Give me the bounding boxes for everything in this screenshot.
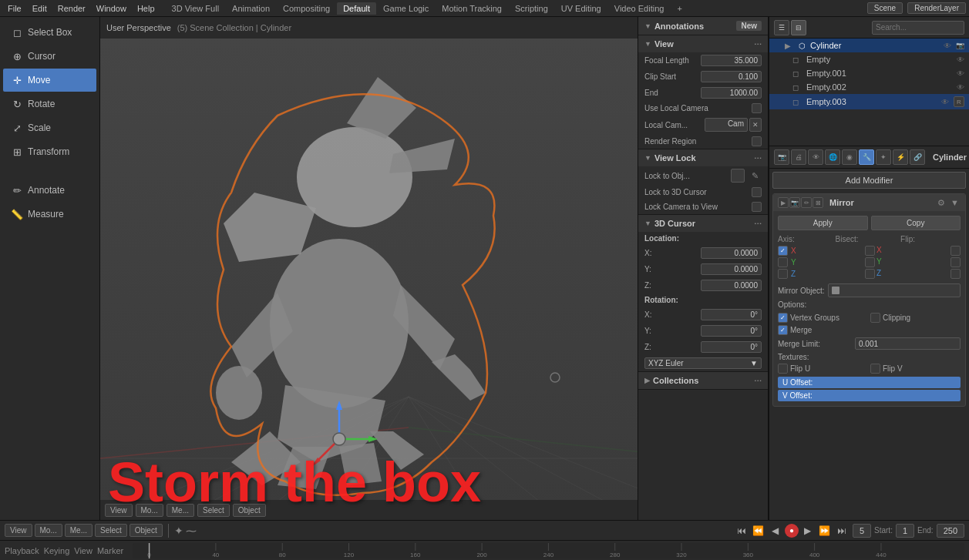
cursor-rx-value[interactable]: 0° (701, 309, 762, 320)
v-offset-field[interactable]: V Offset: (778, 390, 961, 401)
view-lock-header[interactable]: ▼ View Lock ⋯ (638, 149, 768, 166)
pb-prev-keyframe[interactable]: ⏪ (751, 523, 766, 538)
pb-step-forward[interactable]: ⏩ (817, 523, 833, 538)
tool-annotate[interactable]: ✏ Annotate (3, 179, 96, 202)
vertex-groups-checkbox[interactable]: ✓ (778, 313, 788, 323)
menu-file[interactable]: File (3, 2, 26, 15)
view-lock-more[interactable]: ⋯ (754, 154, 762, 163)
mirror-icon-realtime[interactable]: ▶ (778, 197, 789, 208)
object-btn[interactable]: Object (130, 524, 163, 537)
mirror-icon-cage[interactable]: ⊠ (813, 197, 823, 208)
keying-label[interactable]: Keying (44, 546, 70, 555)
annotations-header[interactable]: ▼ Annotations New (638, 17, 768, 35)
u-offset-field[interactable]: U Offset: (778, 377, 961, 388)
props-icon-render[interactable]: 📷 (774, 149, 789, 165)
cursor-3d-header[interactable]: ▼ 3D Cursor ⋯ (638, 215, 768, 232)
local-cam-value[interactable]: Cam (705, 118, 748, 132)
tool-scale[interactable]: ⤢ Scale (3, 116, 96, 139)
marker-label[interactable]: Marker (97, 546, 123, 555)
view-btn[interactable]: View (5, 524, 32, 537)
props-icon-output[interactable]: 🖨 (791, 149, 806, 165)
outliner-item-cylinder[interactable]: ▶ ⬡ Cylinder 👁 📷 (769, 39, 969, 52)
annotations-new-btn[interactable]: New (736, 21, 762, 31)
flip-x-checkbox[interactable] (950, 246, 961, 256)
focal-length-value[interactable]: 35.000 (701, 55, 762, 66)
cursor-rz-value[interactable]: 0° (701, 341, 762, 353)
mirror-copy-btn[interactable]: Copy (871, 216, 961, 230)
props-icon-modifier[interactable]: 🔧 (859, 149, 874, 165)
timeline-area[interactable]: 0 40 80 120 160 200 240 280 320 360 (133, 543, 964, 558)
tool-cursor[interactable]: ⊕ Cursor (3, 45, 96, 68)
mirror-settings-icon[interactable]: ⚙ (936, 198, 947, 208)
outliner-item-empty002[interactable]: ◻ Empty.002 👁 (769, 80, 969, 94)
view-label2[interactable]: View (74, 546, 93, 555)
playback-label[interactable]: Playback (5, 546, 39, 555)
mirror-icon-render[interactable]: 📷 (789, 197, 800, 208)
empty002-visibility[interactable]: 👁 (957, 83, 964, 92)
bisect-y-checkbox[interactable] (865, 257, 875, 267)
tab-uvediting[interactable]: UV Editing (555, 2, 607, 15)
pb-record[interactable]: ● (785, 524, 799, 538)
tab-default[interactable]: Default (337, 2, 376, 15)
panel-icon-tree[interactable]: ⊟ (791, 20, 806, 35)
outliner-item-empty003[interactable]: ◻ Empty.003 👁 R (769, 94, 969, 109)
scene-selector[interactable]: Scene (867, 2, 903, 14)
lock-obj-field[interactable] (731, 169, 745, 183)
rotation-mode-dropdown[interactable]: XYZ Euler ▼ (644, 357, 762, 369)
renderlayer-selector[interactable]: RenderLayer (907, 2, 966, 14)
panel-icon-list[interactable]: ☰ (774, 20, 789, 35)
tool-move[interactable]: ✛ Move (3, 69, 96, 92)
curve-btn2[interactable]: ⁓ (186, 525, 197, 537)
tab-animation[interactable]: Animation (226, 2, 276, 15)
tab-videoediting[interactable]: Video Editing (608, 2, 671, 15)
bisect-x-checkbox[interactable] (865, 246, 875, 256)
tab-gamelogic[interactable]: Game Logic (377, 2, 435, 15)
select-btn[interactable]: Select (95, 524, 127, 537)
menu-render[interactable]: Render (53, 2, 90, 15)
cursor-x-value[interactable]: 0.0000 (701, 247, 762, 259)
props-icon-particles[interactable]: ✦ (876, 149, 891, 165)
empty-visibility[interactable]: 👁 (957, 55, 964, 64)
tab-compositing[interactable]: Compositing (277, 2, 336, 15)
merge-checkbox[interactable]: ✓ (778, 325, 788, 335)
view-header[interactable]: ▼ View ⋯ (638, 35, 768, 52)
cursor-more[interactable]: ⋯ (754, 220, 762, 228)
me-btn[interactable]: Me... (65, 524, 93, 537)
tool-rotate[interactable]: ↻ Rotate (3, 92, 96, 116)
clip-end-value[interactable]: 1000.00 (701, 87, 762, 99)
mirror-apply-btn[interactable]: Apply (778, 216, 868, 230)
outliner-item-empty001[interactable]: ◻ Empty.001 👁 (769, 66, 969, 80)
end-frame[interactable]: 250 (937, 524, 964, 538)
tab-add[interactable]: + (671, 2, 688, 15)
outliner-search[interactable] (872, 21, 964, 35)
empty001-visibility[interactable]: 👁 (957, 69, 964, 78)
axis-z-checkbox[interactable] (778, 269, 788, 279)
add-modifier-btn[interactable]: Add Modifier (772, 172, 966, 189)
local-cam-close[interactable]: ✕ (749, 118, 762, 132)
menu-help[interactable]: Help (133, 2, 160, 15)
cylinder-visibility[interactable]: 👁 (944, 42, 951, 50)
props-icon-world[interactable]: ◉ (842, 149, 857, 165)
mirror-object-field[interactable] (828, 283, 961, 297)
cursor-ry-value[interactable]: 0° (701, 325, 762, 337)
collections-more[interactable]: ⋯ (754, 377, 762, 385)
start-frame[interactable]: 1 (896, 524, 914, 538)
cylinder-render-vis[interactable]: 📷 (956, 42, 964, 49)
props-icon-scene[interactable]: 🌐 (825, 149, 840, 165)
menu-edit[interactable]: Edit (28, 2, 52, 15)
pb-step-back[interactable]: ◀ (768, 523, 783, 538)
menu-window[interactable]: Window (92, 2, 131, 15)
props-icon-view[interactable]: 👁 (808, 149, 823, 165)
props-icon-constraints[interactable]: 🔗 (910, 149, 925, 165)
axis-x-checkbox[interactable]: ✓ (778, 246, 788, 256)
lock-obj-eyedropper[interactable]: ✎ (748, 169, 762, 183)
pb-jump-end[interactable]: ⏭ (834, 523, 850, 538)
curve-btn1[interactable]: ✦ (174, 525, 183, 537)
empty003-restrict[interactable]: R (954, 96, 964, 107)
tool-transform[interactable]: ⊞ Transform (3, 140, 96, 163)
clip-start-value[interactable]: 0.100 (701, 71, 762, 82)
render-region-checkbox[interactable] (752, 136, 762, 146)
flip-u-checkbox[interactable] (778, 364, 788, 374)
cursor-y-value[interactable]: 0.0000 (701, 263, 762, 275)
lock-3d-cursor-checkbox[interactable] (752, 187, 762, 197)
